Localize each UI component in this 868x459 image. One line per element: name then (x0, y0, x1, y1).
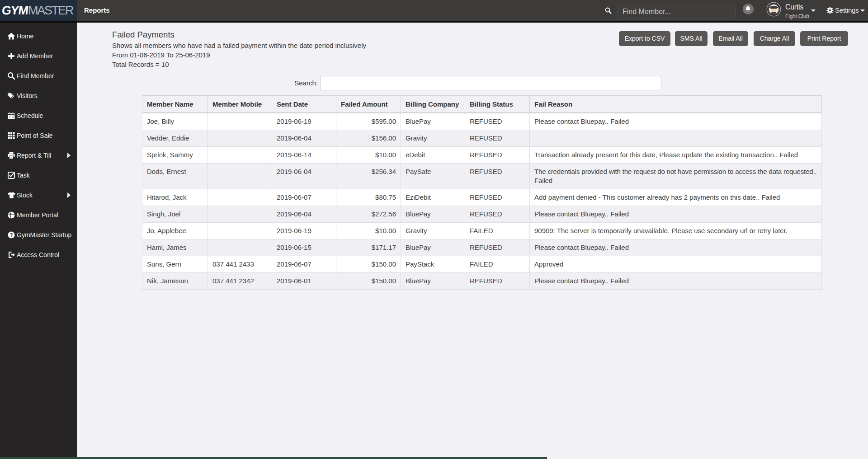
svg-text:?: ? (10, 232, 13, 238)
